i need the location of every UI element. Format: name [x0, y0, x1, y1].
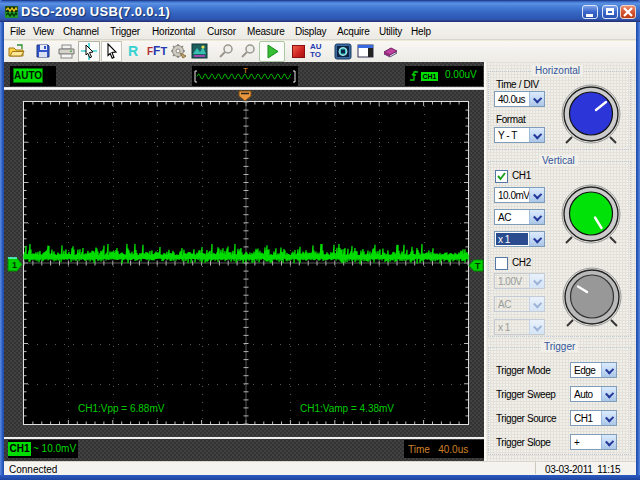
svg-text:T: T: [475, 261, 481, 271]
svg-text:CH1:Vamp = 4.38mV: CH1:Vamp = 4.38mV: [300, 403, 394, 414]
svg-text:T: T: [243, 66, 248, 75]
svg-text:1: 1: [12, 260, 17, 270]
svg-text:CH1:Vpp = 6.88mV: CH1:Vpp = 6.88mV: [78, 403, 165, 414]
